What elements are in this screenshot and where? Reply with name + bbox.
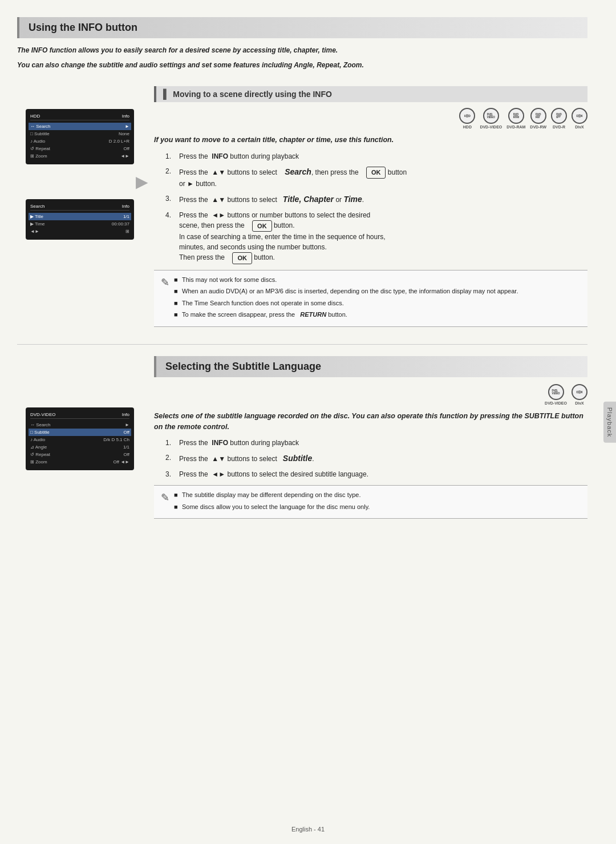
steps-1: 1. Press the INFO button during playback… [165, 151, 587, 264]
screen1-row-repeat: ↺ RepeatOff [30, 145, 129, 152]
notes-box-1: ✎ ■ This may not work for some discs. ■ … [154, 270, 587, 327]
screen1-row-search: ↔ Search► [29, 123, 131, 130]
device-screen-3: DVD-VIDEO Info ↔ Search► □ SubtitleOff ♪… [26, 407, 134, 470]
note-list-1: ■ This may not work for some discs. ■ Wh… [174, 275, 581, 322]
left-images-col-1: HDD Info ↔ Search► □ SubtitleNone ♪ Audi… [17, 86, 143, 333]
screen1-header-left: HDD [30, 114, 40, 119]
side-tab: Playback [603, 401, 616, 443]
screen2-header-right: Info [122, 204, 129, 209]
subsection-title-1: Moving to a scene directly using the INF… [154, 86, 587, 102]
step-1-1: 1. Press the INFO button during playback [165, 151, 587, 161]
screen3-row-subtitle: □ SubtitleOff [29, 429, 131, 436]
side-tab-label: Playback [606, 407, 613, 437]
intro-text-1: The INFO function allows you to easily s… [17, 45, 587, 55]
screen3-row-repeat: ↺ RepeatOff [30, 451, 129, 458]
step-2-2: 2. Press the ▲▼ buttons to select Subtit… [165, 453, 587, 465]
screen2-header-left: Search [30, 204, 44, 209]
screen1-row-audio: ♪ AudioD 2.0 L+R [30, 138, 129, 145]
note-1-1: ■ This may not work for some discs. [174, 275, 581, 285]
screen3-row-audio: ♪ AudioD/k D 5.1 Ch [30, 436, 129, 443]
step-2-3: 3. Press the ◄► buttons to select the de… [165, 469, 587, 479]
note-pencil-icon-1: ✎ [161, 276, 169, 289]
screen1-header-right: Info [122, 114, 129, 119]
screen1-row-zoom: ⊞ Zoom◄► [30, 152, 129, 160]
step-1-4: 4. Press the ◄► buttons or number button… [165, 210, 587, 264]
arrow-right-1: ▶ [136, 172, 148, 191]
step-2-1: 1. Press the INFO button during playback [165, 438, 587, 448]
steps-2: 1. Press the INFO button during playback… [165, 438, 587, 479]
left-images-col-2: DVD-VIDEO Info ↔ Search► □ SubtitleOff ♪… [17, 356, 143, 525]
function-desc-2: Selects one of the subtitle language rec… [154, 411, 587, 433]
separator-1 [17, 344, 587, 345]
subtitle-content: Selecting the Subtitle Language DVDVIDEO… [143, 356, 587, 525]
moving-scene-content: Moving to a scene directly using the INF… [143, 86, 587, 333]
moving-scene-section: HDD Info ↔ Search► □ SubtitleNone ♪ Audi… [17, 86, 587, 333]
note-2-1: ■ The subtitle display may be different … [174, 490, 581, 500]
compat-icons-1: HDD HDD DVDVIDEO DVD-VIDEO DVDRAM DVD-RA… [154, 108, 587, 129]
note-pencil-icon-2: ✎ [161, 491, 169, 504]
step-1-2: 2. Press the ▲▼ buttons to select Search… [165, 166, 587, 189]
screen2-row-time: ▶ Time00:00:37 [30, 220, 129, 228]
section-info-button: Using the INFO button The INFO function … [17, 17, 587, 70]
note-2-2: ■ Some discs allow you to select the lan… [174, 502, 581, 512]
screen1-row-subtitle: □ SubtitleNone [30, 130, 129, 138]
note-1-2: ■ When an audio DVD(A) or an MP3/6 disc … [174, 286, 581, 296]
screen3-header-left: DVD-VIDEO [30, 412, 55, 417]
screen3-row-search: ↔ Search► [30, 421, 129, 429]
note-1-3: ■ The Time Search function does not oper… [174, 298, 581, 308]
screen2-row-controls: ◄►⊞ [30, 228, 129, 235]
note-1-4: ■ To make the screen disappear, press th… [174, 310, 581, 320]
compat-icons-2: DVDVIDEO DVD-VIDEO DivX DivX [154, 384, 587, 405]
section-title-2: Selecting the Subtitle Language [154, 356, 587, 377]
notes-box-2: ✎ ■ The subtitle display may be differen… [154, 485, 587, 519]
intro-text-2: You can also change the subtitle and aud… [17, 60, 587, 70]
function-desc-1: If you want to move to a certain title, … [154, 135, 587, 146]
screen3-header-right: Info [122, 412, 129, 417]
screen3-row-zoom: ⊞ ZoomOff ◄► [30, 458, 129, 466]
note-list-2: ■ The subtitle display may be different … [174, 490, 581, 514]
page-footer: English - 41 [291, 826, 325, 833]
device-screen-2: Search Info ▶ Title1/1 ▶ Time00:00:37 ◄►… [26, 199, 134, 240]
section-title-1: Using the INFO button [17, 17, 587, 38]
step-1-3: 3. Press the ▲▼ buttons to select Title,… [165, 193, 587, 205]
screen2-row-title: ▶ Title1/1 [29, 213, 131, 220]
subtitle-section: DVD-VIDEO Info ↔ Search► □ SubtitleOff ♪… [17, 356, 587, 525]
ok-button[interactable]: OK [366, 167, 386, 179]
device-screen-1: HDD Info ↔ Search► □ SubtitleNone ♪ Audi… [26, 109, 134, 164]
screen3-row-angle: ⊿ Angle1/1 [30, 443, 129, 451]
